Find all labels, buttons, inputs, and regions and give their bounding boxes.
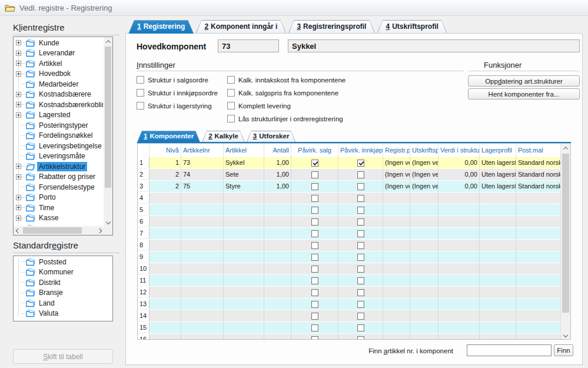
innkjop-checkbox[interactable] xyxy=(357,230,364,237)
checkbox-kalk-inntakskost-fra-komponentene[interactable] xyxy=(227,76,235,84)
scroll-up-icon[interactable] xyxy=(104,37,112,46)
innkjop-checkbox[interactable] xyxy=(357,324,364,331)
tab-komponent-inngar-i[interactable]: 2Komponent inngår i xyxy=(195,20,286,34)
salg-checkbox[interactable] xyxy=(311,254,318,261)
table-row[interactable]: 15 xyxy=(138,322,561,334)
column-header-pavirk-innkjop[interactable]: Påvirk. innkjøp xyxy=(338,144,383,157)
innkjop-checkbox[interactable] xyxy=(357,171,364,178)
salg-checkbox[interactable] xyxy=(311,289,318,296)
table-row[interactable]: 13 xyxy=(138,299,561,310)
sidebar-item-poststed[interactable]: Poststed xyxy=(14,257,112,267)
sidebar-item-porto[interactable]: Porto xyxy=(14,193,103,203)
tree-vertical-scrollbar[interactable] xyxy=(104,37,112,226)
salg-checkbox[interactable] xyxy=(311,301,318,308)
tab-utforsker[interactable]: 3Utforsker xyxy=(247,131,296,142)
column-header-lagerprofil[interactable]: Lagerprofil xyxy=(480,144,516,157)
innkjop-checkbox[interactable] xyxy=(357,242,364,249)
checkbox-las-strukturlinjer-i-ordreregistrering[interactable] xyxy=(227,115,235,122)
innkjop-checkbox[interactable] xyxy=(357,266,364,273)
sidebar-item-land[interactable]: Land xyxy=(14,298,112,309)
sidebar-item-leverandor[interactable]: Leverandør xyxy=(14,48,103,59)
sidebar-item-fordelingsnokkel[interactable]: Fordelingsnøkkel xyxy=(14,131,103,141)
tab-utskriftsprofil[interactable]: 4Utskriftsprofil xyxy=(377,20,447,34)
scroll-down-icon[interactable] xyxy=(561,330,570,339)
column-header-registr-pr[interactable]: Registr.pr xyxy=(383,144,410,157)
tab-registreringsprofil[interactable]: 3Registreringsprofil xyxy=(288,20,375,34)
expander-plus-icon[interactable] xyxy=(16,92,21,97)
switch-to-table-button[interactable]: Skift til tabell xyxy=(13,349,113,364)
scroll-left-icon[interactable] xyxy=(14,226,22,235)
table-row[interactable]: 12 xyxy=(138,287,561,299)
checkbox-struktur-i-lagerstyring[interactable] xyxy=(137,102,144,110)
salg-checkbox[interactable] xyxy=(311,218,318,226)
expander-plus-icon[interactable] xyxy=(16,61,21,66)
scroll-down-icon[interactable] xyxy=(104,217,112,226)
checkbox-struktur-i-innkjopsordre[interactable] xyxy=(137,89,144,97)
innkjop-checkbox[interactable] xyxy=(357,160,364,167)
table-row[interactable]: 5 xyxy=(138,204,561,216)
expander-plus-icon[interactable] xyxy=(16,205,21,210)
sidebar-item-artikkel[interactable]: Artikkel xyxy=(14,58,103,69)
innkjop-checkbox[interactable] xyxy=(357,301,364,308)
table-row[interactable]: 11 xyxy=(138,275,561,287)
innkjop-checkbox[interactable] xyxy=(357,254,364,261)
salg-checkbox[interactable] xyxy=(311,336,318,340)
column-header-niva[interactable]: Nivå xyxy=(150,144,181,157)
sidebar-item-time[interactable]: Time xyxy=(14,203,103,213)
sidebar-item-kasse[interactable]: Kasse xyxy=(14,213,103,224)
table-row[interactable]: 2274Sete1,00(Ingen ve(Ingen ve0,00Uten l… xyxy=(138,169,561,181)
scroll-right-icon[interactable] xyxy=(95,226,104,235)
expander-plus-icon[interactable] xyxy=(16,102,21,107)
sidebar-item-artikkelstruktur[interactable]: Artikkelstruktur xyxy=(14,161,103,172)
get-components-from-button[interactable]: Hent komponenter fra... xyxy=(468,88,580,100)
salg-checkbox[interactable] xyxy=(311,195,318,202)
column-header-post-mal[interactable]: Post.mal xyxy=(516,144,562,157)
expander-plus-icon[interactable] xyxy=(16,164,21,169)
table-row[interactable]: 7 xyxy=(138,228,561,240)
column-header-pavirk-salg[interactable]: Påvirk. salg xyxy=(291,144,338,157)
expander-plus-icon[interactable] xyxy=(16,216,21,221)
scrollbar-thumb[interactable] xyxy=(23,227,82,234)
table-row[interactable]: 14 xyxy=(138,310,561,322)
salg-checkbox[interactable] xyxy=(311,230,318,237)
salg-checkbox[interactable] xyxy=(311,171,318,178)
expander-plus-icon[interactable] xyxy=(16,40,21,45)
sidebar-item-rabatter-og-priser[interactable]: Rabatter og priser xyxy=(14,172,103,183)
sidebar-item-bransje[interactable]: Bransje xyxy=(14,288,112,299)
tab-komponenter[interactable]: 1Komponenter xyxy=(137,131,200,142)
table-vertical-scrollbar[interactable] xyxy=(560,144,570,339)
expander-plus-icon[interactable] xyxy=(16,112,21,118)
table-row[interactable]: 16 xyxy=(138,334,561,340)
sidebar-item-kommuner[interactable]: Kommuner xyxy=(14,267,112,278)
innkjop-checkbox[interactable] xyxy=(357,277,364,284)
tab-registrering[interactable]: 1Registrering xyxy=(128,20,194,34)
scroll-up-icon[interactable] xyxy=(561,144,570,152)
innkjop-checkbox[interactable] xyxy=(357,218,364,226)
innkjop-checkbox[interactable] xyxy=(357,336,364,340)
sidebar-item-posteringstyper[interactable]: Posteringstyper xyxy=(14,120,103,131)
sidebar-item-kunde[interactable]: Kunde xyxy=(14,38,103,48)
sidebar-item-kostnadsbaerere[interactable]: Kostnadsbærere xyxy=(14,89,103,100)
salg-checkbox[interactable] xyxy=(311,324,318,331)
innkjop-checkbox[interactable] xyxy=(357,207,364,214)
table-row[interactable]: 8 xyxy=(138,240,561,251)
tree-horizontal-scrollbar[interactable] xyxy=(14,226,104,235)
expander-plus-icon[interactable] xyxy=(16,71,21,77)
checkbox-struktur-i-salgsordre[interactable] xyxy=(137,76,144,84)
find-article-input[interactable] xyxy=(467,344,552,356)
innkjop-checkbox[interactable] xyxy=(357,313,364,320)
table-row[interactable]: 1173Sykkel1,00(Ingen ve(Ingen ve0,00Uten… xyxy=(138,157,561,169)
table-row[interactable]: 3275Styre1,00(Ingen ve(Ingen ve0,00Uten … xyxy=(138,181,561,193)
tab-kalkyle[interactable]: 2Kalkyle xyxy=(202,131,245,142)
sidebar-item-medarbeider[interactable]: Medarbeider xyxy=(14,79,103,89)
salg-checkbox[interactable] xyxy=(311,207,318,214)
sidebar-item-kostnadsbaererkoblinge[interactable]: Kostnadsbærerkoblinge xyxy=(14,100,103,110)
column-header-antall[interactable]: Antall xyxy=(264,144,291,157)
column-header-item[interactable] xyxy=(138,144,150,157)
column-header-utskriftsp[interactable]: Utskriftsp xyxy=(410,144,438,157)
find-button[interactable]: Finn xyxy=(554,344,573,356)
sidebar-item-valuta[interactable]: Valuta xyxy=(14,309,112,319)
expander-plus-icon[interactable] xyxy=(16,174,21,180)
column-header-artikkelnr[interactable]: Artikkelnr xyxy=(181,144,224,157)
sidebar-item-leveringsbetingelse[interactable]: Leveringsbetingelse xyxy=(14,141,103,151)
